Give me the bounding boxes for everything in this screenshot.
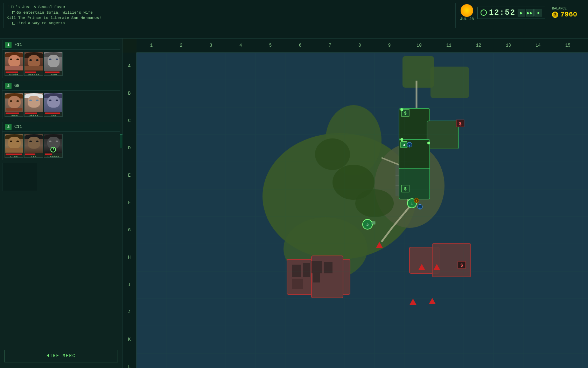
weather-sun-icon <box>461 4 473 17</box>
col-header-6: 6 <box>285 43 315 48</box>
vicki-hp-bar <box>6 71 18 73</box>
squad-3-name: C11 <box>14 124 22 129</box>
objective-text-1: It's Just A Sexual Favor <box>10 5 66 9</box>
objective-line-1: ! It's Just A Sexual Favor <box>7 5 453 9</box>
merc-portrait-len[interactable]: Len <box>24 134 43 158</box>
squad-1-section: 1 F11 Vicki <box>2 40 120 78</box>
squad-3-number: 3 <box>5 124 12 130</box>
svg-text:2: 2 <box>366 223 369 227</box>
col-header-9: 9 <box>374 43 404 48</box>
col-header-4: 4 <box>226 43 255 48</box>
vicki-detail <box>5 52 23 71</box>
checkbox-1 <box>12 11 15 14</box>
ivan-name: Ivan <box>5 114 23 117</box>
col-header-7: 7 <box>315 43 345 48</box>
reaper-face <box>24 52 43 71</box>
len-name: Len <box>24 155 43 158</box>
map-area[interactable]: 123456789101112131415 ABCDEFGHIJKL <box>122 39 588 368</box>
shadow-clock-overlay <box>44 147 62 152</box>
svg-text:1: 1 <box>411 202 413 206</box>
merc-portrait-reaper[interactable]: Reaper <box>24 52 43 76</box>
merc-portrait-flea[interactable]: Flea <box>5 134 23 158</box>
merc-portrait-shadow[interactable]: Shadow <box>44 134 63 158</box>
squad-2-header: 2 G8 <box>2 81 120 91</box>
time-box: 12:52 ▶ ▶▶ ■ <box>477 7 545 19</box>
svg-text:♟: ♟ <box>409 144 411 147</box>
lynx-face <box>44 52 63 71</box>
merc-portrait-whitewolf[interactable]: White Wolf <box>24 93 43 117</box>
merc-portrait-lynx[interactable]: Lynx <box>44 52 63 76</box>
balance-label: BALANCE <box>552 7 567 11</box>
svg-text:3: 3 <box>403 143 405 147</box>
lynx-detail <box>44 52 63 71</box>
ice-detail <box>44 93 63 112</box>
gold-icon: $ <box>552 12 558 18</box>
map-grid[interactable]: 2 $ $ $ $ <box>136 53 588 368</box>
svg-point-67 <box>400 138 403 141</box>
lynx-name: Lynx <box>44 73 62 76</box>
reaper-hp-bar <box>25 71 36 73</box>
flea-face <box>5 134 23 153</box>
col-header-2: 2 <box>166 43 196 48</box>
whitewolf-hp-bar <box>25 113 37 114</box>
svg-rect-41 <box>372 222 375 224</box>
play-button[interactable]: ▶ <box>518 9 525 16</box>
merc-portrait-ivan[interactable]: Ivan <box>5 93 23 117</box>
len-hp-bar <box>25 154 35 155</box>
ivan-hp-bar <box>6 113 19 114</box>
shadow-hp-bar <box>45 154 52 155</box>
svg-text:$: $ <box>460 263 463 268</box>
objective-text-4: Find a way to Angetta <box>16 21 65 25</box>
row-header-B: B <box>122 80 136 107</box>
row-headers: ABCDEFGHIJKL <box>122 53 136 368</box>
squad-1-header: 1 F11 <box>2 40 120 50</box>
reaper-name: Reaper <box>24 73 43 76</box>
svg-text:♟: ♟ <box>419 206 421 209</box>
ice-face <box>44 93 63 112</box>
objectives-panel: ! It's Just A Sexual Favor Go entertain … <box>4 3 456 28</box>
merc-portrait-vicki[interactable]: Vicki <box>5 52 23 76</box>
col-header-13: 13 <box>493 43 523 48</box>
row-header-F: F <box>122 189 136 217</box>
top-bar: ! It's Just A Sexual Favor Go entertain … <box>0 0 588 39</box>
squad-3-header: 3 C11 <box>2 122 120 132</box>
col-header-11: 11 <box>434 43 464 48</box>
fast-forward-button[interactable]: ▶▶ <box>526 9 534 16</box>
time-balance-panel: JUL 28 12:52 ▶ ▶▶ ■ BALANCE $ 7960 <box>456 3 584 22</box>
whitewolf-face <box>24 93 43 112</box>
shadow-name: Shadow <box>44 155 62 158</box>
balance-amount: 7960 <box>560 11 577 19</box>
svg-point-65 <box>400 108 403 111</box>
row-header-I: I <box>122 271 136 299</box>
objective-line-3: Kill The Prince to liberate San Hermanos… <box>7 16 453 20</box>
squad-1-name: F11 <box>14 42 22 47</box>
row-header-L: L <box>122 353 136 368</box>
svg-text:!: ! <box>415 200 417 203</box>
objective-line-4: Find a way to Angetta <box>7 21 453 25</box>
stop-button[interactable]: ■ <box>534 9 542 16</box>
squad-2-number: 2 <box>5 83 12 89</box>
lynx-hp-bar <box>45 71 59 73</box>
merc-portrait-ice[interactable]: Ice <box>44 93 63 117</box>
squad-2-name: G8 <box>14 83 19 88</box>
hire-merc-button[interactable]: HIRE MERC <box>4 350 118 362</box>
column-headers: 123456789101112131415 <box>136 39 588 53</box>
svg-rect-38 <box>136 53 588 368</box>
col-header-5: 5 <box>255 43 285 48</box>
row-header-C: C <box>122 107 136 135</box>
flea-hp-bar <box>6 154 22 155</box>
col-header-1: 1 <box>136 43 166 48</box>
svg-text:$: $ <box>404 111 406 116</box>
ivan-detail <box>5 93 23 112</box>
squad-1-number: 1 <box>5 42 12 48</box>
vicki-face <box>5 52 23 71</box>
row-header-A: A <box>122 53 136 80</box>
squad-1-members: Vicki Reaper <box>2 50 120 78</box>
extra-slot <box>2 163 37 191</box>
svg-text:$: $ <box>459 122 461 127</box>
objective-text-2: Go entertain Sofia, Willie's wife <box>16 11 93 15</box>
balance-box: BALANCE $ 7960 <box>549 5 580 20</box>
reaper-detail <box>24 52 43 71</box>
svg-point-66 <box>427 142 430 144</box>
whitewolf-detail <box>24 93 43 112</box>
